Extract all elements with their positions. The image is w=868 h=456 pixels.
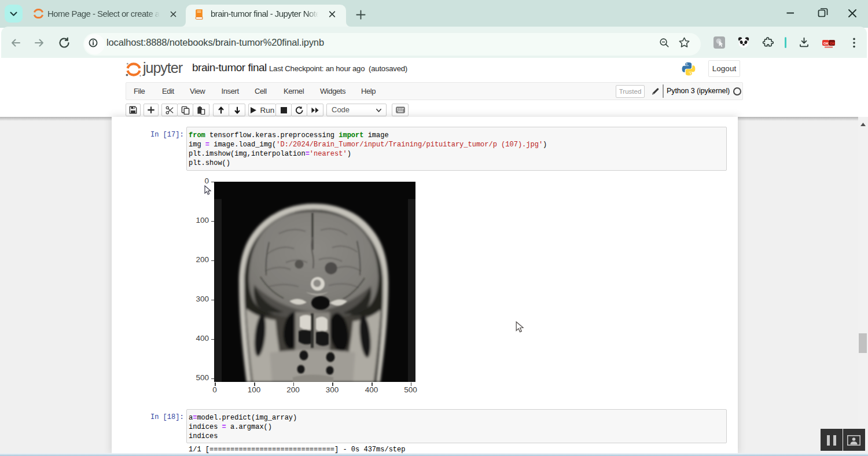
- svg-text:OK: OK: [830, 42, 835, 45]
- svg-text:OK: OK: [823, 42, 829, 45]
